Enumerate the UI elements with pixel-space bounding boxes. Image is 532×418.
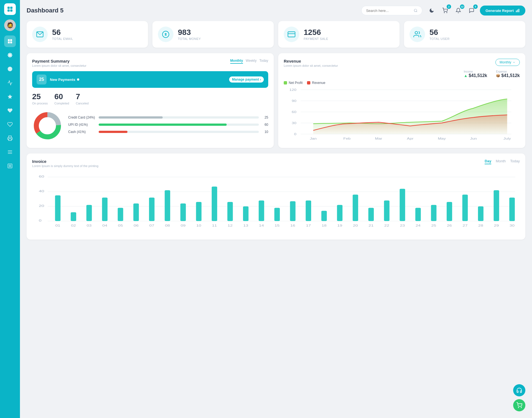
stat-label-email: TOTAL EMAIL (52, 37, 73, 40)
invoice-title: Invoice (32, 159, 98, 164)
invoice-x-label: 21 (369, 224, 374, 227)
svg-text:0: 0 (294, 133, 296, 136)
tab-weekly[interactable]: Weekly (246, 59, 257, 64)
sidebar-item-analytics[interactable] (4, 77, 16, 89)
invoice-x-label: 10 (196, 224, 201, 227)
invoice-bar (212, 186, 217, 221)
tab-monthly[interactable]: Monthly (230, 59, 243, 64)
main-content: Dashboard 5 2 12 5 Generate Report (20, 0, 532, 418)
invoice-bar (337, 205, 342, 221)
svg-point-21 (444, 12, 445, 13)
svg-point-61 (518, 407, 519, 408)
invoice-x-label: 13 (243, 224, 248, 227)
cart-fab[interactable] (513, 399, 525, 411)
expense-icon: 📦 (496, 74, 500, 78)
chat-icon-btn[interactable]: 5 (467, 6, 477, 16)
invoice-x-label: 16 (290, 224, 295, 227)
payment-bar-row: Cash (41%) 10 (68, 130, 268, 134)
svg-text:120: 120 (289, 88, 296, 92)
search-input[interactable] (366, 9, 411, 13)
sidebar-item-print[interactable] (4, 132, 16, 144)
chevron-down-icon (512, 61, 516, 64)
new-payments-count: 25 (37, 75, 47, 84)
invoice-bar (447, 202, 452, 221)
revenue-header: Revenue Lorem ipsum dolor sit amet, cons… (284, 59, 520, 67)
income-block: Income ▲ $41,512k (464, 70, 487, 78)
sidebar-item-heart1[interactable] (4, 105, 16, 116)
payment-bottom: Credit Card (24%) 25 UPI ID (41%) 60 Cas… (32, 111, 268, 142)
invoice-bar (71, 212, 76, 221)
sidebar-item-list[interactable] (4, 160, 16, 172)
chat-badge: 5 (473, 4, 478, 9)
invoice-x-label: 04 (102, 224, 107, 227)
invoice-bar (243, 206, 249, 221)
income-icon: ▲ (464, 73, 468, 78)
invoice-bar (384, 201, 390, 221)
cart-icon-btn[interactable]: 2 (440, 6, 450, 16)
payment-stat-canceled: 7 Canceled (76, 92, 88, 105)
stat-label-user: TOTAL USER (429, 37, 450, 40)
invoice-bar (274, 208, 280, 221)
sidebar: 🧔 (0, 0, 20, 418)
svg-point-62 (521, 407, 521, 408)
theme-toggle[interactable] (427, 6, 437, 16)
generate-report-button[interactable]: Generate Report (480, 6, 525, 16)
sidebar-item-info[interactable] (4, 63, 16, 75)
search-bar[interactable] (361, 6, 422, 15)
invoice-x-label: 12 (228, 224, 233, 227)
invoice-x-label: 19 (337, 224, 342, 227)
svg-text:30: 30 (292, 122, 296, 125)
bell-icon (456, 8, 461, 13)
invoice-x-label: 03 (87, 224, 92, 227)
invoice-x-label: 22 (384, 224, 389, 227)
stats-row: 56 TOTAL EMAIL 983 TOTAL MONEY 1256 PAYM… (27, 21, 525, 48)
payment-stats: 25 On process 60 Completed 7 Canceled (32, 92, 268, 105)
svg-rect-24 (517, 10, 518, 12)
sidebar-item-heart2[interactable] (4, 119, 16, 130)
header-icons: 2 12 5 Generate Report (427, 6, 525, 16)
invoice-bar (227, 202, 233, 221)
stat-card-user: 56 TOTAL USER (404, 21, 525, 48)
invoice-tabs: Day Month Today (485, 159, 520, 164)
sidebar-item-settings[interactable] (4, 49, 16, 61)
invoice-x-label: 08 (165, 224, 170, 227)
stat-icon-user (410, 27, 425, 42)
invoice-tab-month[interactable]: Month (496, 159, 506, 164)
invoice-x-label: 17 (306, 224, 311, 227)
revenue-chart: 120 90 60 30 0 Jan Feb Mar Apr May Jun J… (284, 87, 520, 142)
svg-rect-2 (7, 9, 10, 12)
page-title: Dashboard 5 (27, 7, 357, 14)
support-fab[interactable] (513, 384, 525, 396)
stat-icon-payment (284, 27, 299, 42)
avatar[interactable]: 🧔 (4, 19, 16, 31)
legend-revenue: Revenue (307, 81, 325, 85)
invoice-x-label: 01 (55, 224, 60, 227)
invoice-x-label: 26 (447, 224, 452, 227)
invoice-bar (415, 208, 421, 221)
stat-num-user: 56 (429, 28, 450, 37)
revenue-monthly-btn[interactable]: Monthly (495, 59, 520, 66)
tab-today[interactable]: Today (259, 59, 268, 64)
sidebar-item-menu[interactable] (4, 146, 16, 158)
stat-num-email: 56 (52, 28, 73, 37)
np-dot (77, 78, 79, 81)
bell-icon-btn[interactable]: 12 (453, 6, 463, 16)
fab-container (513, 384, 525, 411)
invoice-x-label: 18 (322, 224, 327, 227)
manage-payment-link[interactable]: Manage payment › (229, 76, 264, 83)
new-payments-label: New Payments (50, 78, 226, 82)
svg-text:40: 40 (39, 189, 44, 193)
svg-text:Apr: Apr (407, 137, 414, 140)
revenue-title: Revenue (284, 59, 338, 63)
sidebar-logo[interactable] (4, 3, 16, 15)
invoice-header: Invoice Lorem Ipsum is simply dummy text… (32, 159, 520, 168)
sidebar-item-dashboard[interactable] (4, 35, 16, 47)
sidebar-item-star[interactable] (4, 91, 16, 102)
invoice-bar (368, 208, 374, 221)
invoice-tab-today[interactable]: Today (510, 159, 520, 164)
invoice-tab-day[interactable]: Day (485, 159, 491, 164)
svg-text:Jan: Jan (310, 137, 317, 140)
invoice-bar (321, 211, 327, 221)
svg-point-31 (415, 32, 418, 34)
payment-tabs: Monthly Weekly Today (230, 59, 268, 64)
